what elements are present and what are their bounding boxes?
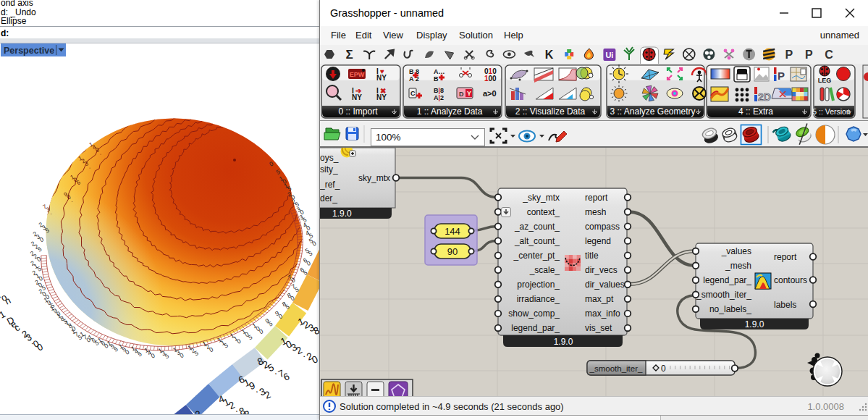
svg-text:1.0.0008: 1.0.0008 (807, 401, 844, 412)
svg-text:P: P (785, 49, 793, 61)
svg-text:P: P (778, 70, 785, 82)
svg-text:2 :: Visualize Data: 2 :: Visualize Data (515, 106, 586, 117)
svg-text:Ui: Ui (605, 51, 613, 59)
svg-text:legend_par_: legend_par_ (703, 275, 751, 285)
svg-text:A|2: A|2 (434, 94, 444, 101)
svg-text:vis_set: vis_set (585, 323, 612, 333)
svg-text:A…: A… (434, 68, 445, 75)
svg-text:projection_: projection_ (517, 280, 560, 290)
svg-text:1.9.0: 1.9.0 (745, 319, 764, 329)
svg-text:1.9.0: 1.9.0 (332, 209, 352, 219)
svg-text:der_: der_ (320, 193, 337, 203)
svg-text:144: 144 (444, 226, 460, 237)
svg-text:1.9.0: 1.9.0 (554, 337, 573, 347)
svg-text:irradiance_: irradiance_ (517, 294, 560, 304)
svg-text:NY: NY (376, 74, 387, 82)
svg-text:dir_vecs: dir_vecs (585, 265, 618, 275)
svg-text:NY: NY (376, 93, 387, 101)
svg-text:no_labels_: no_labels_ (709, 304, 751, 314)
svg-text:max_pt: max_pt (585, 294, 614, 304)
svg-text:compass: compass (585, 222, 620, 232)
svg-text:2D: 2D (758, 91, 771, 103)
svg-text:_scale_: _scale_ (529, 265, 560, 275)
svg-text:oys_: oys_ (320, 153, 339, 163)
svg-text:0: 0 (661, 364, 666, 374)
svg-text:Σ: Σ (345, 48, 353, 62)
svg-text:C: C (410, 90, 416, 97)
svg-text:Y: Y (467, 90, 471, 97)
svg-text:0 :: Import: 0 :: Import (338, 106, 378, 117)
svg-text:_values: _values (721, 246, 751, 256)
svg-text:_mesh: _mesh (725, 261, 751, 271)
svg-text:B: B (434, 75, 439, 83)
svg-text:legend_par_: legend_par_ (511, 323, 560, 333)
svg-text:P: P (805, 49, 813, 61)
svg-text:LEG: LEG (818, 77, 832, 84)
svg-text:B|8: B|8 (434, 87, 444, 94)
svg-text:100%: 100% (376, 132, 401, 143)
svg-text:_smooth_iter_: _smooth_iter_ (589, 364, 643, 373)
svg-text:1 :: Analyze Data: 1 :: Analyze Data (417, 106, 483, 117)
svg-text:labels: labels (774, 300, 796, 310)
svg-text:_az_count_: _az_count_ (514, 222, 560, 232)
svg-text:4 :: Extra: 4 :: Extra (738, 106, 773, 117)
svg-text:show_comp_: show_comp_ (508, 308, 560, 319)
svg-text:_center_pt_: _center_pt_ (513, 251, 560, 261)
svg-text:_sky_mtx: _sky_mtx (522, 193, 560, 203)
svg-text:Ellipse: Ellipse (1, 16, 27, 26)
svg-text:90: 90 (447, 246, 458, 257)
svg-text:EPW: EPW (350, 71, 365, 78)
svg-text:_ref_: _ref_ (320, 180, 340, 190)
svg-text:legend: legend (585, 236, 611, 246)
svg-text:mesh: mesh (585, 207, 606, 217)
svg-text:Solution completed in ~4.9 sec: Solution completed in ~4.9 seconds (21 s… (340, 401, 564, 412)
svg-text:NY: NY (352, 93, 362, 101)
svg-text:max_info: max_info (585, 308, 620, 319)
svg-text:C: C (825, 49, 833, 61)
svg-text:3 :: Analyze Geometry: 3 :: Analyze Geometry (610, 106, 695, 117)
svg-text:d:: d: (1, 28, 9, 38)
svg-text:5 :: Version: 5 :: Version (812, 107, 851, 116)
svg-text:sity_: sity_ (320, 164, 338, 175)
svg-text:Perspective: Perspective (4, 46, 54, 56)
svg-text:contours: contours (774, 275, 807, 285)
svg-text:context_: context_ (527, 207, 560, 217)
svg-text:D: D (459, 91, 464, 98)
svg-text:sky_mtx: sky_mtx (358, 173, 390, 183)
svg-text:report: report (774, 252, 797, 262)
svg-text:100: 100 (484, 75, 497, 83)
svg-text:_alt_count_: _alt_count_ (514, 236, 560, 246)
svg-text:K: K (545, 49, 554, 61)
svg-text:dir_values: dir_values (585, 280, 625, 290)
svg-text:a>0: a>0 (483, 89, 497, 98)
svg-text:title: title (585, 251, 599, 261)
svg-text:report: report (585, 193, 608, 203)
svg-text:_smooth_iter_: _smooth_iter_ (696, 290, 751, 300)
